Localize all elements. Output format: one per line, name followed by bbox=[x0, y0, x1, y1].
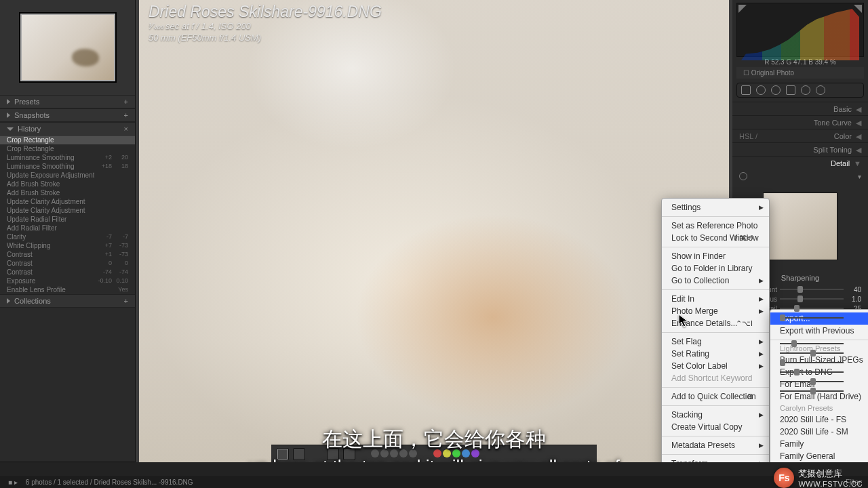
history-item[interactable]: Crop Rectangle bbox=[0, 144, 135, 153]
menu-item[interactable]: Add to Quick CollectionB bbox=[662, 390, 769, 403]
photo-exif-1: ¹⁄₄₀₀ sec at f / 1.4, ISO 200 bbox=[149, 21, 382, 33]
menu-item[interactable]: Family bbox=[770, 438, 868, 450]
history-item[interactable]: Update Exposure Adjustment bbox=[0, 171, 135, 180]
history-item[interactable]: Clarity-7-7 bbox=[0, 232, 135, 241]
export-submenu[interactable]: Export...Export with PreviousLightroom P… bbox=[770, 309, 868, 488]
watermark-name: 梵摄创意库 bbox=[798, 468, 842, 479]
left-panel: Presets+ Snapshots+ History× Crop Rectan… bbox=[0, 0, 136, 488]
history-item[interactable]: Add Radial Filter bbox=[0, 224, 135, 232]
photo-canvas[interactable]: Dried Roses Skilshare-9916.DNG ¹⁄₄₀₀ sec… bbox=[139, 0, 729, 488]
history-item[interactable]: Crop Rectangle bbox=[0, 136, 135, 144]
detail-section[interactable]: Detail▼ bbox=[732, 156, 868, 169]
snapshots-label: Snapshots bbox=[14, 108, 50, 122]
filmstrip[interactable] bbox=[0, 462, 868, 476]
chevron-down-icon bbox=[7, 127, 14, 131]
highlight-clip-icon[interactable] bbox=[854, 5, 862, 13]
history-item[interactable]: Update Clarity Adjustment bbox=[0, 197, 135, 206]
menu-item[interactable]: For Email (Hard Drive) bbox=[770, 390, 868, 403]
shadow-clip-icon[interactable] bbox=[738, 5, 747, 13]
add-icon[interactable]: + bbox=[124, 95, 128, 108]
menu-item[interactable]: Export with Previous bbox=[770, 325, 868, 337]
basic-section[interactable]: Basic◀ bbox=[732, 102, 868, 115]
menu-item[interactable]: Create Virtual Copy bbox=[662, 421, 769, 433]
toolbar bbox=[271, 445, 597, 462]
chevron-right-icon bbox=[7, 99, 10, 104]
collections-panel-header[interactable]: Collections+ bbox=[0, 294, 135, 308]
radial-tool-icon[interactable] bbox=[801, 85, 810, 95]
add-icon[interactable]: + bbox=[124, 108, 128, 122]
history-item[interactable]: Contrast-74-74 bbox=[0, 268, 135, 277]
menu-item[interactable]: Settings▶ bbox=[662, 201, 769, 214]
menu-item[interactable]: Go to Collection▶ bbox=[662, 274, 769, 287]
center-area: Dried Roses Skilshare-9916.DNG ¹⁄₄₀₀ sec… bbox=[136, 0, 732, 488]
color-labels[interactable] bbox=[433, 449, 480, 459]
menu-item[interactable]: Set as Reference Photo bbox=[662, 220, 769, 232]
collections-label: Collections bbox=[14, 294, 51, 308]
clear-icon[interactable]: × bbox=[124, 122, 128, 136]
original-photo-badge: ☐ Original Photo bbox=[736, 67, 864, 79]
menu-item[interactable]: Set Flag▶ bbox=[662, 336, 769, 348]
histogram[interactable] bbox=[736, 3, 864, 57]
menu-item[interactable]: Edit In▶ bbox=[662, 293, 769, 305]
menu-item[interactable]: Photo Merge▶ bbox=[662, 305, 769, 317]
app-root: Presets+ Snapshots+ History× Crop Rectan… bbox=[0, 0, 868, 488]
menu-item[interactable]: Show in Finder bbox=[662, 250, 769, 262]
redeye-tool-icon[interactable] bbox=[771, 85, 781, 95]
menu-item[interactable]: Go to Folder in Library bbox=[662, 262, 769, 274]
history-item[interactable]: Luminance Smoothing+1818 bbox=[0, 162, 135, 171]
menu-item[interactable]: Set Rating▶ bbox=[662, 348, 769, 360]
watermark-url: WWW.FSTVC.CC bbox=[798, 480, 863, 488]
detail-preview[interactable] bbox=[763, 192, 837, 260]
gradient-tool-icon[interactable] bbox=[786, 85, 795, 95]
chevron-down-icon[interactable]: ▾ bbox=[858, 173, 861, 180]
menu-item[interactable]: 2020 Still Life - SM bbox=[770, 426, 868, 438]
flag-pick-button[interactable] bbox=[327, 448, 339, 460]
hsl-section[interactable]: HSL / Color◀ bbox=[732, 129, 868, 142]
rating-stars[interactable] bbox=[370, 449, 418, 459]
brush-tool-icon[interactable] bbox=[816, 85, 825, 95]
menu-item[interactable]: Family General bbox=[770, 450, 868, 462]
watermark-badge: Fs bbox=[774, 468, 794, 488]
spot-tool-icon[interactable] bbox=[756, 85, 766, 95]
history-item[interactable]: Add Brush Stroke bbox=[0, 180, 135, 188]
presets-panel-header[interactable]: Presets+ bbox=[0, 95, 135, 108]
history-item[interactable]: Update Radial Filter bbox=[0, 215, 135, 224]
watermark: Fs 梵摄创意库 WWW.FSTVC.CC bbox=[774, 468, 863, 488]
detail-target-row: ▾ bbox=[732, 169, 868, 183]
menu-item: Add Shortcut Keyword bbox=[662, 372, 769, 384]
before-after-button[interactable] bbox=[293, 448, 305, 460]
menu-item[interactable]: For Email bbox=[770, 378, 868, 390]
history-item[interactable]: Contrast00 bbox=[0, 259, 135, 268]
history-item[interactable]: Enable Lens ProfileYes bbox=[0, 285, 135, 294]
context-menu[interactable]: Settings▶Set as Reference PhotoLock to S… bbox=[661, 198, 770, 488]
menu-item[interactable]: 2020 Still Life - FS bbox=[770, 413, 868, 426]
history-item[interactable]: Contrast+1-73 bbox=[0, 250, 135, 259]
history-list[interactable]: Crop RectangleCrop RectangleLuminance Sm… bbox=[0, 136, 135, 294]
menu-item[interactable]: Enhance Details...⌃⌥I bbox=[662, 317, 769, 329]
navigator-thumbnail[interactable] bbox=[20, 14, 115, 81]
chevron-right-icon bbox=[7, 113, 10, 118]
flag-reject-button[interactable] bbox=[343, 448, 355, 460]
tone-curve-section[interactable]: Tone Curve◀ bbox=[732, 115, 868, 129]
history-item[interactable]: Add Brush Stroke bbox=[0, 188, 135, 197]
tool-strip bbox=[736, 83, 864, 98]
history-item[interactable]: Exposure-0.100.10 bbox=[0, 277, 135, 285]
crop-tool-icon[interactable] bbox=[741, 85, 751, 95]
split-toning-section[interactable]: Split Toning◀ bbox=[732, 142, 868, 156]
loupe-view-button[interactable] bbox=[277, 448, 289, 460]
add-icon[interactable]: + bbox=[124, 294, 128, 308]
photo-exif-2: 50 mm (EF50mm f/1.4 USM) bbox=[149, 33, 382, 44]
history-item[interactable]: Luminance Smoothing+220 bbox=[0, 153, 135, 162]
photo-info-overlay: Dried Roses Skilshare-9916.DNG ¹⁄₄₀₀ sec… bbox=[149, 3, 382, 44]
status-bar: ■ ▸ 6 photos / 1 selected / Dried Roses … bbox=[0, 476, 868, 488]
history-item[interactable]: White Clipping+7-73 bbox=[0, 241, 135, 250]
menu-item[interactable]: Stacking▶ bbox=[662, 409, 769, 421]
navigator bbox=[0, 0, 135, 95]
snapshots-panel-header[interactable]: Snapshots+ bbox=[0, 108, 135, 122]
menu-item[interactable]: Set Color Label▶ bbox=[662, 360, 769, 372]
history-panel-header[interactable]: History× bbox=[0, 122, 135, 136]
target-icon[interactable] bbox=[739, 172, 747, 180]
history-item[interactable]: Update Clarity Adjustment bbox=[0, 206, 135, 215]
menu-item[interactable]: Lock to Second Window⇧⌘⏎ bbox=[662, 232, 769, 244]
menu-item[interactable]: Metadata Presets▶ bbox=[662, 439, 769, 451]
